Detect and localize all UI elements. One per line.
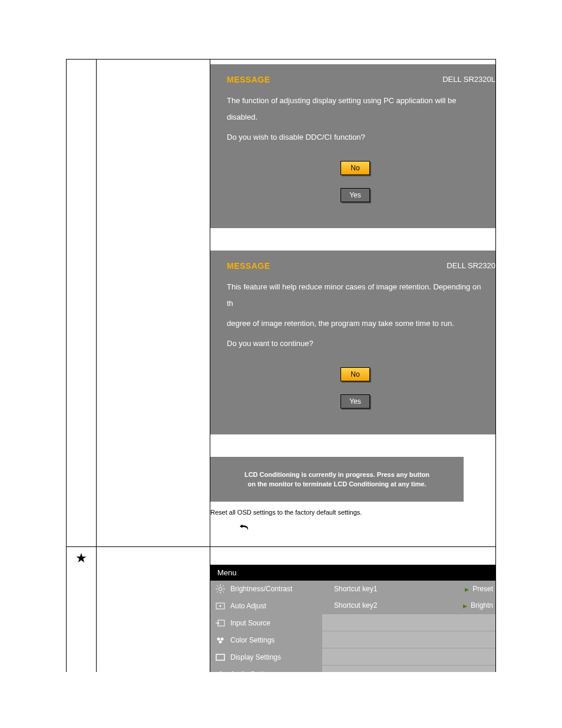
osd-menu: Menu Brightness/Contrast bbox=[210, 565, 495, 672]
menu-item-label: Input Source bbox=[230, 619, 270, 627]
conditioning-line2: on the monitor to terminate LCD Conditio… bbox=[234, 479, 440, 489]
factory-reset-description: Reset all OSD settings to the factory de… bbox=[210, 509, 495, 516]
svg-point-0 bbox=[219, 587, 222, 591]
no-button[interactable]: No bbox=[340, 367, 370, 381]
svg-line-7 bbox=[217, 591, 218, 592]
shortcut-key2-row[interactable]: Shortcut key2 Brightn bbox=[322, 597, 495, 614]
svg-line-5 bbox=[217, 585, 218, 587]
yes-button[interactable]: Yes bbox=[340, 188, 370, 202]
menu-item-label: Audio Settings bbox=[230, 670, 276, 672]
conditioning-line1: LCD Conditioning is currently in progres… bbox=[234, 470, 440, 479]
yes-button[interactable]: Yes bbox=[340, 394, 370, 409]
brightness-icon bbox=[215, 584, 226, 594]
message-line1: This feature will help reduce minor case… bbox=[227, 279, 484, 312]
message-body-line2: Do you wish to disable DDC/CI function? bbox=[227, 129, 484, 146]
menu-audio-settings[interactable]: Audio Settings bbox=[210, 666, 322, 672]
shortcut-value: Brightn bbox=[471, 601, 493, 610]
svg-line-6 bbox=[223, 591, 224, 592]
shortcut-label: Shortcut key1 bbox=[334, 585, 377, 593]
osd-right-panel: Shortcut key1 Preset Shortcut key2 Brigh… bbox=[322, 581, 495, 672]
osd-header: Menu bbox=[210, 565, 495, 581]
personalize-star-icon: ★ bbox=[67, 547, 96, 566]
no-button[interactable]: No bbox=[340, 161, 370, 175]
shortcut-value: Preset bbox=[472, 585, 493, 593]
model-label: DELL SR2320L bbox=[442, 75, 495, 84]
menu-auto-adjust[interactable]: Auto Adjust bbox=[210, 598, 322, 615]
osd-left-panel: Brightness/Contrast Auto Adjust bbox=[210, 581, 322, 672]
menu-item-label: Brightness/Contrast bbox=[230, 585, 292, 593]
menu-item-label: Auto Adjust bbox=[230, 602, 266, 610]
svg-rect-15 bbox=[216, 654, 224, 660]
svg-point-10 bbox=[220, 605, 222, 607]
empty-row bbox=[322, 614, 495, 631]
menu-display-settings[interactable]: Display Settings bbox=[210, 649, 322, 666]
message-line3: Do you want to continue? bbox=[227, 335, 484, 352]
model-label: DELL SR2320 bbox=[447, 261, 495, 270]
color-settings-icon bbox=[215, 635, 226, 645]
svg-point-12 bbox=[217, 638, 220, 641]
svg-point-13 bbox=[221, 638, 224, 641]
lcd-conditioning-progress-box: LCD Conditioning is currently in progres… bbox=[210, 457, 464, 502]
message-title: MESSAGE bbox=[227, 261, 484, 271]
shortcut-label: Shortcut key2 bbox=[334, 601, 377, 610]
empty-row bbox=[322, 648, 495, 665]
menu-brightness-contrast[interactable]: Brightness/Contrast bbox=[210, 581, 322, 598]
audio-settings-icon bbox=[215, 669, 226, 672]
menu-title: Menu bbox=[217, 568, 237, 577]
menu-input-source[interactable]: Input Source bbox=[210, 615, 322, 632]
menu-item-label: Color Settings bbox=[230, 636, 275, 644]
lcd-conditioning-dialog: DELL SR2320 MESSAGE This feature will he… bbox=[210, 251, 495, 434]
empty-row bbox=[322, 665, 495, 672]
back-icon bbox=[239, 521, 252, 533]
menu-color-settings[interactable]: Color Settings bbox=[210, 632, 322, 649]
message-line2: degree of image retention, the program m… bbox=[227, 315, 484, 332]
message-body-line1: The function of adjusting display settin… bbox=[227, 93, 484, 126]
shortcut-key1-row[interactable]: Shortcut key1 Preset bbox=[322, 581, 495, 597]
input-source-icon bbox=[215, 618, 226, 628]
display-settings-icon bbox=[215, 652, 226, 663]
svg-point-14 bbox=[219, 641, 222, 644]
empty-row bbox=[322, 631, 495, 648]
svg-line-8 bbox=[223, 585, 224, 587]
ddcci-disable-dialog: DELL SR2320L MESSAGE The function of adj… bbox=[210, 64, 495, 228]
menu-item-label: Display Settings bbox=[230, 653, 281, 661]
auto-adjust-icon bbox=[215, 601, 226, 611]
